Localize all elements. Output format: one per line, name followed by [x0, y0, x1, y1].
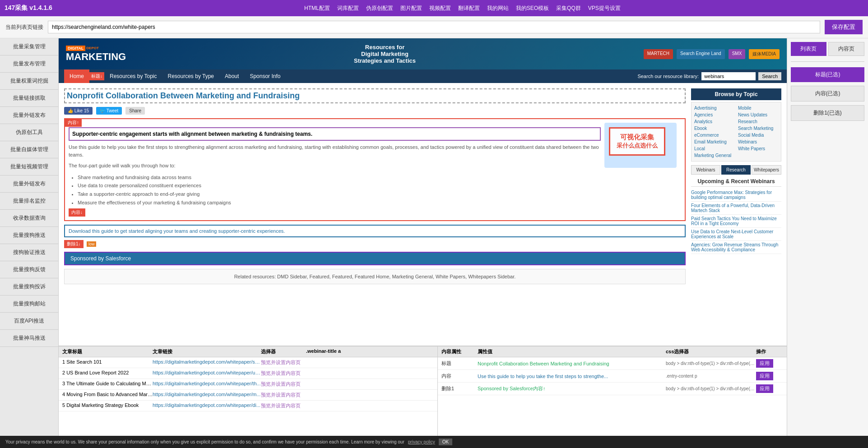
webinar-item-4[interactable]: Use Data to Create Next-Level Customer E… [691, 228, 781, 241]
nav-item-HTML配置[interactable]: HTML配置 [304, 5, 330, 12]
tab-whitepapers[interactable]: Whitepapers [752, 165, 781, 175]
sidebar-item-6[interactable]: 批量自媒体管理 [0, 141, 58, 158]
nav-resources-type[interactable]: Resources by Type [162, 69, 220, 83]
topic-email[interactable]: Email Marketing [694, 139, 734, 145]
sidebar-item-2[interactable]: 批量权重词挖掘 [0, 73, 58, 90]
site-search-input[interactable] [701, 72, 756, 80]
row-3-sel-val[interactable]: 预览并设置内容页 [261, 381, 342, 388]
nav-item-翻译配置[interactable]: 翻译配置 [458, 5, 480, 12]
topic-social-media[interactable]: Social Media [738, 132, 778, 138]
col-header-link: 文章链接 [153, 348, 261, 355]
topic-mobile[interactable]: Mobile [738, 105, 778, 111]
sidebar-item-14[interactable]: 批量搜狗投诉 [0, 278, 58, 296]
apply-delete-button[interactable]: 应用 [756, 384, 773, 393]
content-wrapper: 批量采集管理批量发布管理批量权重词挖掘批量链接抓取批量外链发布伪原创工具批量自媒… [0, 38, 868, 436]
attr-row-title: 标题 Nonprofit Collaboration Between Marke… [438, 357, 787, 370]
apply-content-button[interactable]: 应用 [756, 372, 773, 380]
share-btn[interactable]: Share [125, 107, 145, 115]
topic-research[interactable]: Research [738, 119, 778, 125]
nav-item-视频配置[interactable]: 视频配置 [429, 5, 451, 12]
site-article: Nonprofit Collaboration Between Marketin… [64, 88, 686, 284]
tw-tweet-btn[interactable]: 🐦 Tweet [96, 107, 122, 115]
nav-sponsor[interactable]: Sponsor Info [244, 69, 286, 83]
row-1-sel-val[interactable]: 预览并设置内容页 [261, 359, 342, 366]
nav-item-采集QQ群[interactable]: 采集QQ群 [556, 5, 581, 12]
topic-white-papers[interactable]: White Papers [738, 146, 778, 152]
col-header-selector-val: .webinar-title a [306, 348, 387, 355]
save-config-button[interactable]: 保存配置 [825, 20, 863, 34]
list-item-4: Measure the effectiveness of your market… [78, 199, 601, 207]
nav-annotation-title: 标题↓ [89, 72, 104, 80]
topic-ebook[interactable]: Ebook [694, 125, 734, 131]
nav-resources-topic[interactable]: Resources by Topic [104, 69, 162, 83]
webinar-item-2[interactable]: Four Elements of a Powerful, Data-Driven… [691, 202, 781, 215]
tab-research[interactable]: Research [721, 165, 751, 175]
sidebar-item-11[interactable]: 批量搜狗推送 [0, 227, 58, 244]
sidebar-item-5[interactable]: 伪原创工具 [0, 124, 58, 141]
article-cta: Download this guide to get started align… [64, 225, 686, 237]
row-3-title: 3 The Ultimate Guide to Calculating Mark… [62, 381, 153, 388]
topic-advertising[interactable]: Advertising [694, 105, 734, 111]
label-selected-btn[interactable]: 标题(已选) [791, 67, 864, 82]
topic-analytics[interactable]: Analytics [694, 119, 734, 125]
topic-news[interactable]: News Updates [738, 112, 778, 118]
sidebar-item-7[interactable]: 批量短视频管理 [0, 158, 58, 176]
sidebar-item-17[interactable]: 批量神马推送 [0, 330, 58, 347]
nav-item-我的网站[interactable]: 我的网站 [487, 5, 509, 12]
article-title-area: Nonprofit Collaboration Between Marketin… [64, 88, 686, 103]
attr-action-content: 应用 [756, 372, 783, 380]
nav-item-图片配置[interactable]: 图片配置 [400, 5, 422, 12]
sidebar-item-16[interactable]: 百度API推送 [0, 313, 58, 330]
table-row: 5 Digital Marketing Strategy Ebook https… [59, 401, 437, 411]
apply-title-button[interactable]: 应用 [756, 359, 773, 368]
topic-webinars[interactable]: Webinars [738, 139, 778, 145]
article-table-header: 文章标题 文章链接 选择器 .webinar-title a [59, 346, 437, 357]
bottom-data-area: 文章标题 文章链接 选择器 .webinar-title a 1 Site Se… [59, 346, 787, 436]
left-sidebar: 批量采集管理批量发布管理批量权重词挖掘批量链接抓取批量外链发布伪原创工具批量自媒… [0, 38, 59, 436]
fb-like-btn[interactable]: 👍 Like 15 [64, 107, 93, 115]
page-type-buttons: 列表页 内容页 [791, 42, 864, 56]
attr-row-content: 内容 Use this guide to help you take the f… [438, 370, 787, 383]
webinar-item-1[interactable]: Google Performance Max: Strategies for b… [691, 189, 781, 202]
sidebar-item-0[interactable]: 批量采集管理 [0, 38, 58, 55]
topic-local[interactable]: Local [694, 146, 734, 152]
topic-search-marketing[interactable]: Search Marketing [738, 125, 778, 131]
nav-item-词库配置[interactable]: 词库配置 [337, 5, 359, 12]
webinar-item-3[interactable]: Paid Search Tactics You Need to Maximize… [691, 215, 781, 228]
content-page-button[interactable]: 内容页 [828, 42, 865, 56]
nav-item-伪原创配置[interactable]: 伪原创配置 [366, 5, 393, 12]
tab-webinars[interactable]: Webinars [691, 165, 720, 175]
row-5-sel-val[interactable]: 预览并设置内容页 [261, 402, 342, 409]
table-row: 3 The Ultimate Guide to Calculating Mark… [59, 379, 437, 390]
sidebar-item-10[interactable]: 收录数据查询 [0, 210, 58, 227]
delete-selected-btn[interactable]: 删除1(已选) [791, 105, 864, 121]
sidebar-item-4[interactable]: 批量外链发布 [0, 107, 58, 124]
content-selected-btn[interactable]: 内容(已选) [791, 86, 864, 102]
app-wrapper: 147采集 v1.4.1.6 HTML配置词库配置伪原创配置图片配置视频配置翻译… [0, 0, 868, 448]
topic-ecommerce[interactable]: eCommerce [694, 132, 734, 138]
nav-about[interactable]: About [219, 69, 244, 83]
privacy-ok-button[interactable]: OK [439, 439, 452, 445]
sidebar-item-13[interactable]: 批量搜狗反馈 [0, 261, 58, 278]
site-search-button[interactable]: Search [758, 72, 781, 80]
list-page-button[interactable]: 列表页 [791, 42, 826, 56]
privacy-policy-link[interactable]: privacy policy [408, 439, 435, 444]
nav-home[interactable]: Home [64, 69, 89, 83]
topic-marketing-general[interactable]: Marketing General [694, 152, 734, 158]
topic-agencies[interactable]: Agencies [694, 112, 734, 118]
row-5-link: https://digitalmarketingdepot.com/whitep… [153, 402, 261, 409]
nav-item-我的SEO模板[interactable]: 我的SEO模板 [516, 5, 549, 12]
sidebar-item-15[interactable]: 批量搜狗邮站 [0, 296, 58, 313]
row-2-sel-val[interactable]: 预览并设置内容页 [261, 370, 342, 377]
url-input[interactable] [48, 21, 820, 33]
sidebar-item-9[interactable]: 批量排名监控 [0, 193, 58, 210]
sidebar-item-1[interactable]: 批量发布管理 [0, 55, 58, 73]
sidebar-item-8[interactable]: 批量外链发布 [0, 176, 58, 193]
sidebar-item-3[interactable]: 批量链接抓取 [0, 90, 58, 107]
app-brand: 147采集 v1.4.1.6 [5, 4, 52, 12]
martech-badge: MARTECH [644, 49, 673, 59]
webinar-item-5[interactable]: Agencies: Grow Revenue Streams Through W… [691, 241, 781, 254]
nav-item-VPS提号设置[interactable]: VPS提号设置 [588, 5, 621, 12]
sidebar-item-12[interactable]: 搜狗验证推送 [0, 244, 58, 261]
row-4-sel-val[interactable]: 预览并设置内容页 [261, 392, 342, 398]
